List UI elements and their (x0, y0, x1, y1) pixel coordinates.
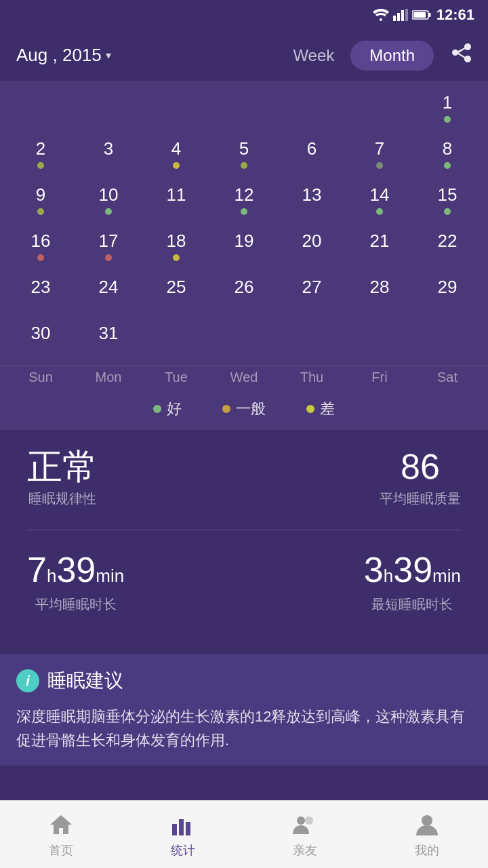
calendar-day-11[interactable]: 11 (142, 180, 210, 226)
svg-rect-5 (428, 13, 430, 17)
status-bar: 12:61 (0, 0, 488, 30)
stat-avg-duration-value: 7h 39min (27, 549, 124, 590)
legend-label-good: 好 (167, 399, 182, 419)
calendar-day-empty-a (142, 319, 210, 365)
calendar-day-empty-c (278, 319, 346, 365)
calendar-day-26[interactable]: 26 (210, 273, 278, 319)
signal-icon (393, 9, 408, 21)
nav-item-profile[interactable]: 我的 (413, 811, 441, 859)
info-icon: i (16, 669, 39, 692)
dot-5 (241, 162, 247, 169)
nav-item-home[interactable]: 首页 (47, 811, 75, 859)
dot-17 (105, 254, 112, 261)
nav-label-friends: 亲友 (293, 842, 317, 859)
nav-item-friends[interactable]: 亲友 (291, 811, 319, 859)
calendar-day-16[interactable]: 16 (7, 226, 75, 273)
stat-min-min: 39 (393, 549, 432, 590)
status-time: 12:61 (436, 6, 474, 24)
calendar-day-empty-6 (346, 88, 413, 134)
stat-regularity: 正常 睡眠规律性 (27, 449, 98, 508)
calendar-day-empty-1 (7, 88, 75, 134)
calendar-day-29[interactable]: 29 (413, 273, 481, 319)
stats-icon (169, 811, 197, 838)
calendar-day-19[interactable]: 19 (210, 226, 278, 273)
svg-rect-1 (397, 13, 400, 21)
svg-rect-7 (172, 825, 177, 835)
month-tab[interactable]: Month (350, 41, 434, 71)
legend-row: 好 一般 差 (0, 391, 488, 430)
calendar-day-23[interactable]: 23 (7, 273, 75, 319)
stat-regularity-value: 正常 (27, 449, 98, 484)
calendar-day-2[interactable]: 2 (7, 134, 75, 180)
calendar-day-6[interactable]: 6 (278, 134, 346, 180)
legend-ok: 一般 (222, 399, 266, 419)
calendar-day-7[interactable]: 7 (346, 134, 413, 180)
calendar-day-1[interactable]: 1 (413, 88, 481, 134)
calendar-day-12[interactable]: 12 (210, 180, 278, 226)
nav-label-profile: 我的 (415, 842, 439, 859)
date-dropdown-arrow[interactable]: ▾ (106, 49, 111, 62)
header: Aug , 2015 ▾ Week Month (0, 30, 488, 81)
calendar-day-10[interactable]: 10 (75, 180, 142, 226)
weekday-sat: Sat (413, 370, 481, 385)
weekday-mon: Mon (75, 370, 142, 385)
calendar-day-8[interactable]: 8 (413, 134, 481, 180)
stat-min-duration: 3h 39min 最短睡眠时长 (364, 549, 461, 614)
stats-section: 正常 睡眠规律性 86 平均睡眠质量 7h 39min 平均睡眠时长 3h 39… (0, 430, 488, 654)
dot-9 (37, 208, 44, 215)
svg-point-13 (422, 815, 432, 826)
legend-label-ok: 一般 (236, 399, 266, 419)
stat-quality-label: 平均睡眠质量 (380, 490, 461, 508)
calendar-day-27[interactable]: 27 (278, 273, 346, 319)
svg-rect-3 (405, 9, 408, 21)
calendar-day-5[interactable]: 5 (210, 134, 278, 180)
dot-14 (376, 208, 383, 215)
nav-item-stats[interactable]: 统计 (169, 811, 197, 859)
week-tab[interactable]: Week (293, 46, 334, 65)
calendar-day-15[interactable]: 15 (413, 180, 481, 226)
calendar-day-20[interactable]: 20 (278, 226, 346, 273)
dot-1 (444, 116, 451, 123)
stat-avg-label: 平均睡眠时长 (35, 595, 117, 614)
calendar-day-empty-5 (278, 88, 346, 134)
dot-18 (173, 254, 180, 261)
stat-avg-duration: 7h 39min 平均睡眠时长 (27, 549, 124, 614)
dot-4 (173, 162, 180, 169)
svg-rect-2 (401, 10, 404, 21)
calendar-day-18[interactable]: 18 (142, 226, 210, 273)
weekday-fri: Fri (346, 370, 413, 385)
calendar-day-17[interactable]: 17 (75, 226, 142, 273)
header-date[interactable]: Aug , 2015 ▾ (16, 45, 111, 66)
calendar-day-31[interactable]: 31 (75, 319, 142, 365)
calendar-day-21[interactable]: 21 (346, 226, 413, 273)
advice-title: i 睡眠建议 (16, 668, 472, 694)
calendar-day-13[interactable]: 13 (278, 180, 346, 226)
calendar-day-4[interactable]: 4 (142, 134, 210, 180)
calendar-day-9[interactable]: 9 (7, 180, 75, 226)
stat-regularity-label: 睡眠规律性 (28, 490, 96, 508)
nav-label-home: 首页 (49, 842, 73, 859)
legend-label-bad: 差 (320, 399, 335, 419)
svg-point-12 (305, 816, 313, 825)
weekday-row: Sun Mon Tue Wed Thu Fri Sat (0, 365, 488, 391)
dot-10 (105, 208, 112, 215)
legend-good: 好 (153, 399, 182, 419)
share-icon (450, 42, 472, 64)
calendar-day-empty-d (346, 319, 413, 365)
calendar-day-3[interactable]: 3 (75, 134, 142, 180)
svg-rect-8 (179, 819, 184, 835)
calendar-day-24[interactable]: 24 (75, 273, 142, 319)
calendar-day-30[interactable]: 30 (7, 319, 75, 365)
calendar-day-25[interactable]: 25 (142, 273, 210, 319)
calendar-day-22[interactable]: 22 (413, 226, 481, 273)
stat-avg-min: 39 (56, 549, 96, 590)
home-icon (47, 811, 75, 838)
stat-quality-value: 86 (401, 449, 440, 484)
stats-row-1: 正常 睡眠规律性 86 平均睡眠质量 (27, 449, 461, 508)
calendar-day-14[interactable]: 14 (346, 180, 413, 226)
calendar-day-empty-3 (142, 88, 210, 134)
calendar-day-28[interactable]: 28 (346, 273, 413, 319)
share-button[interactable] (450, 42, 472, 68)
dot-7 (376, 162, 383, 169)
calendar-day-empty-e (413, 319, 481, 365)
